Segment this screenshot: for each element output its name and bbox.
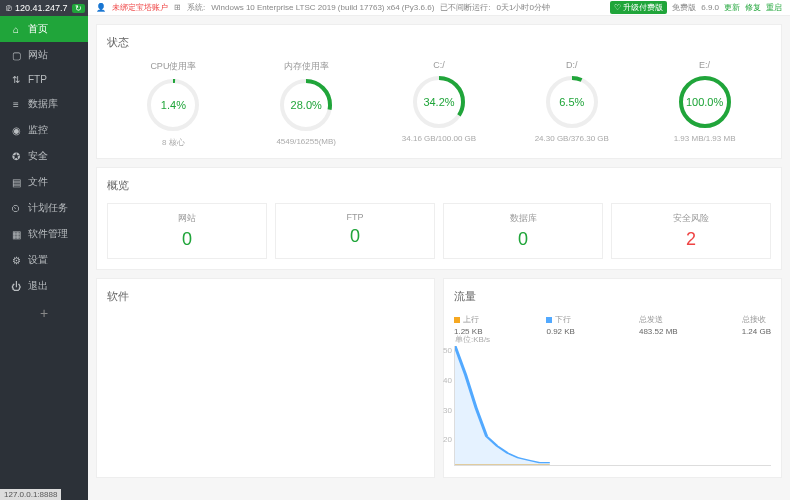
nav-label: 设置 <box>28 253 48 267</box>
nav-label: 软件管理 <box>28 227 68 241</box>
nav-label: 数据库 <box>28 97 58 111</box>
gauge[interactable]: 内存使用率28.0%4549/16255(MB) <box>256 60 356 148</box>
edition-label: 免费版 <box>672 2 696 13</box>
status-panel: 状态 CPU使用率1.4%8 核心内存使用率28.0%4549/16255(MB… <box>96 24 782 159</box>
nav-icon: ⇅ <box>10 74 22 85</box>
server-icon: ⎚ <box>6 3 11 13</box>
sidebar-item-0[interactable]: ⌂首页 <box>0 16 88 42</box>
chart-ylabel: 单位:KB/s <box>455 334 490 345</box>
overview-value: 0 <box>280 226 430 247</box>
windows-icon: ⊞ <box>174 3 181 12</box>
user-icon: 👤 <box>96 3 106 12</box>
upgrade-button[interactable]: ♡ 升级付费版 <box>610 1 667 14</box>
nav-icon: ⌂ <box>10 24 22 35</box>
gauge-label: D:/ <box>522 60 622 70</box>
gauge[interactable]: CPU使用率1.4%8 核心 <box>123 60 223 148</box>
version-label: 6.9.0 <box>701 3 719 12</box>
nav-label: 网站 <box>28 48 48 62</box>
overview-label: FTP <box>280 212 430 222</box>
unbind-warning[interactable]: 未绑定宝塔账户 <box>112 2 168 13</box>
down-label: 下行 <box>555 314 571 325</box>
chart-tick: 50 <box>437 346 452 355</box>
gauge-sub: 8 核心 <box>123 137 223 148</box>
svg-marker-10 <box>455 346 550 465</box>
traffic-chart: 单位:KB/s 50 40 30 20 <box>454 346 771 466</box>
gauge-label: E:/ <box>655 60 755 70</box>
nav-label: 文件 <box>28 175 48 189</box>
nav-icon: ⚙ <box>10 255 22 266</box>
update-link[interactable]: 更新 <box>724 2 740 13</box>
nav-icon: ≡ <box>10 99 22 110</box>
down-dot-icon <box>546 317 552 323</box>
nav-icon: ✪ <box>10 151 22 162</box>
overview-card[interactable]: FTP0 <box>275 203 435 259</box>
gauge-sub: 34.16 GB/100.00 GB <box>389 134 489 143</box>
gauge-label: C:/ <box>389 60 489 70</box>
sidebar-add[interactable]: + <box>0 299 88 327</box>
overview-card[interactable]: 网站0 <box>107 203 267 259</box>
overview-label: 数据库 <box>448 212 598 225</box>
sidebar-item-5[interactable]: ✪安全 <box>0 143 88 169</box>
nav-label: 首页 <box>28 22 48 36</box>
overview-label: 网站 <box>112 212 262 225</box>
sent-value: 483.52 MB <box>639 327 678 336</box>
nav-label: FTP <box>28 74 47 85</box>
traffic-title: 流量 <box>454 289 771 304</box>
recv-value: 1.24 GB <box>742 327 771 336</box>
system-info: Windows 10 Enterprise LTSC 2019 (build 1… <box>211 3 434 12</box>
nav-icon: ▤ <box>10 177 22 188</box>
nav-label: 监控 <box>28 123 48 137</box>
gauge-label: CPU使用率 <box>123 60 223 73</box>
system-label: 系统: <box>187 2 205 13</box>
sidebar-item-10[interactable]: ⏻退出 <box>0 273 88 299</box>
sidebar-item-7[interactable]: ⏲计划任务 <box>0 195 88 221</box>
overview-value: 2 <box>616 229 766 250</box>
gauge-percent: 6.5% <box>559 96 584 108</box>
gauge-percent: 34.2% <box>423 96 454 108</box>
restart-link[interactable]: 重启 <box>766 2 782 13</box>
overview-card[interactable]: 数据库0 <box>443 203 603 259</box>
overview-panel: 概览 网站0FTP0数据库0安全风险2 <box>96 167 782 270</box>
down-value: 0.92 KB <box>546 327 574 336</box>
gauge-sub: 1.93 MB/1.93 MB <box>655 134 755 143</box>
gauge-label: 内存使用率 <box>256 60 356 73</box>
gauge[interactable]: C:/34.2%34.16 GB/100.00 GB <box>389 60 489 148</box>
nav-label: 安全 <box>28 149 48 163</box>
overview-card[interactable]: 安全风险2 <box>611 203 771 259</box>
overview-value: 0 <box>112 229 262 250</box>
nav-icon: ▢ <box>10 50 22 61</box>
chart-tick: 40 <box>437 376 452 385</box>
sidebar-item-1[interactable]: ▢网站 <box>0 42 88 68</box>
gauge[interactable]: D:/6.5%24.30 GB/376.30 GB <box>522 60 622 148</box>
software-panel: 软件 <box>96 278 435 478</box>
uptime-value: 0天1小时0分钟 <box>497 2 550 13</box>
recv-label: 总接收 <box>742 314 766 325</box>
sidebar-item-3[interactable]: ≡数据库 <box>0 91 88 117</box>
nav-icon: ◉ <box>10 125 22 136</box>
traffic-panel: 流量 上行 1.25 KB 下行 0.92 KB 总发送 483.52 MB <box>443 278 782 478</box>
gauge-percent: 1.4% <box>161 99 186 111</box>
sidebar-item-2[interactable]: ⇅FTP <box>0 68 88 91</box>
sidebar: ⎚ 120.41.247.7 ↻ ⌂首页▢网站⇅FTP≡数据库◉监控✪安全▤文件… <box>0 0 88 500</box>
update-badge[interactable]: ↻ <box>72 4 85 13</box>
status-bar: 127.0.0.1:8888 <box>0 489 61 500</box>
up-label: 上行 <box>463 314 479 325</box>
overview-value: 0 <box>448 229 598 250</box>
sidebar-item-8[interactable]: ▦软件管理 <box>0 221 88 247</box>
server-ip: 120.41.247.7 <box>15 3 68 13</box>
sidebar-item-9[interactable]: ⚙设置 <box>0 247 88 273</box>
traffic-line-chart <box>455 346 771 465</box>
chart-tick: 30 <box>437 406 452 415</box>
sidebar-item-4[interactable]: ◉监控 <box>0 117 88 143</box>
nav-label: 退出 <box>28 279 48 293</box>
chart-tick: 20 <box>437 435 452 444</box>
sidebar-item-6[interactable]: ▤文件 <box>0 169 88 195</box>
gauge-sub: 4549/16255(MB) <box>256 137 356 146</box>
sent-label: 总发送 <box>639 314 663 325</box>
nav-icon: ⏻ <box>10 281 22 292</box>
gauge-percent: 100.0% <box>686 96 723 108</box>
gauge-sub: 24.30 GB/376.30 GB <box>522 134 622 143</box>
gauge[interactable]: E:/100.0%1.93 MB/1.93 MB <box>655 60 755 148</box>
overview-title: 概览 <box>107 178 771 193</box>
repair-link[interactable]: 修复 <box>745 2 761 13</box>
